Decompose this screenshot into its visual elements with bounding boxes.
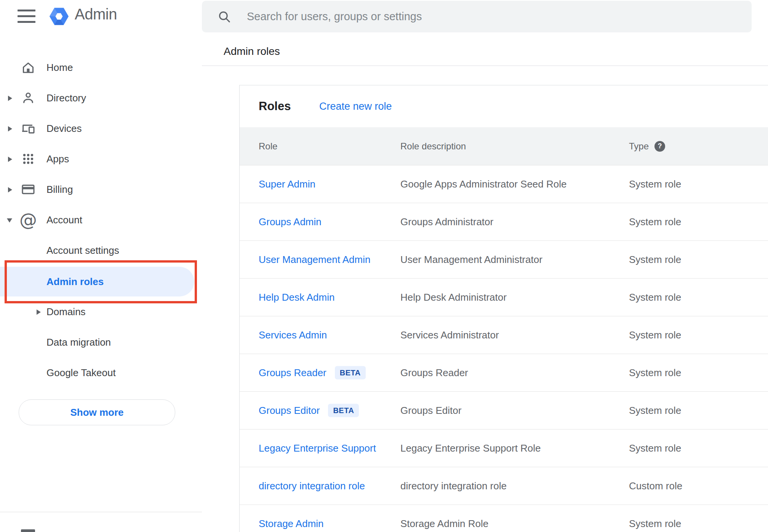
role-link[interactable]: Services Admin [259, 329, 327, 341]
expand-arrow-icon[interactable] [8, 157, 12, 162]
devices-icon [20, 120, 37, 137]
table-row: Legacy Enterprise Support Legacy Enterpr… [240, 429, 768, 467]
beta-badge: BETA [328, 404, 359, 417]
role-description: Storage Admin Role [400, 518, 488, 530]
role-link[interactable]: Help Desk Admin [259, 292, 334, 303]
table-row: Help Desk Admin Help Desk Administrator … [240, 279, 768, 316]
role-type: Custom role [629, 480, 682, 492]
table-row: User Management Admin User Management Ad… [240, 241, 768, 279]
expand-arrow-icon[interactable] [8, 187, 12, 192]
sidebar-item-label: Admin roles [46, 276, 104, 288]
sidebar-item-devices[interactable]: Devices [0, 113, 195, 144]
sidebar-item-domains[interactable]: Domains [0, 296, 195, 327]
apps-grid-icon [20, 151, 37, 167]
role-link[interactable]: Legacy Enterprise Support [259, 442, 376, 454]
role-link[interactable]: Groups Editor [259, 405, 320, 416]
sidebar-item-home[interactable]: Home [0, 52, 195, 83]
column-header-description: Role description [400, 141, 466, 152]
breadcrumb-divider [202, 66, 768, 66]
create-new-role-link[interactable]: Create new role [319, 101, 392, 112]
role-type: System role [629, 178, 681, 190]
sidebar-item-data-migration[interactable]: Data migration [0, 327, 195, 357]
help-icon[interactable]: ? [654, 141, 665, 152]
role-description: Google Apps Administrator Seed Role [400, 178, 566, 190]
sidebar-item-billing[interactable]: Billing [0, 174, 195, 205]
role-cell: Groups ReaderBETA [259, 366, 366, 380]
sidebar-item-label: Account [46, 214, 82, 226]
table-body: Super Admin Google Apps Administrator Se… [240, 165, 768, 532]
role-description: User Management Administrator [400, 254, 542, 266]
sidebar-item-label: Google Takeout [46, 367, 116, 379]
sidebar-item-account-settings[interactable]: Account settings [0, 235, 195, 266]
admin-logo-icon [49, 6, 69, 27]
role-type: System role [629, 329, 681, 341]
role-type: System role [629, 216, 681, 228]
role-type: System role [629, 367, 681, 379]
role-description: Groups Reader [400, 367, 468, 379]
sidebar-item-label: Billing [46, 184, 73, 195]
collapse-arrow-icon[interactable] [7, 218, 12, 223]
sidebar-item-label: Home [46, 62, 73, 74]
search-bar[interactable] [202, 1, 752, 32]
role-description: Help Desk Administrator [400, 292, 507, 303]
home-icon [20, 59, 37, 76]
sidebar-divider [0, 512, 202, 512]
clipped-bottom-icon [21, 529, 35, 532]
menu-icon[interactable] [18, 9, 35, 23]
role-description: Legacy Enterprise Support Role [400, 442, 541, 454]
role-type: System role [629, 518, 681, 530]
sidebar-item-account[interactable]: @ Account [0, 205, 195, 235]
role-description: Groups Editor [400, 405, 461, 417]
search-icon [216, 9, 232, 25]
table-row: Super Admin Google Apps Administrator Se… [240, 165, 768, 203]
app-title: Admin [75, 6, 117, 23]
sidebar: Admin Home Directory Devices Apps Bil [0, 0, 202, 532]
expand-arrow-icon[interactable] [8, 126, 12, 131]
role-link[interactable]: Storage Admin [259, 518, 324, 530]
role-link[interactable]: User Management Admin [259, 254, 370, 266]
show-more-button[interactable]: Show more [19, 399, 175, 425]
role-description: Services Administrator [400, 329, 499, 341]
beta-badge: BETA [335, 366, 366, 380]
role-link[interactable]: directory integration role [259, 480, 365, 492]
role-link[interactable]: Groups Admin [259, 216, 322, 228]
table-header-row: Role Role description Type ? [240, 127, 768, 165]
sidebar-item-label: Data migration [46, 337, 111, 348]
expand-arrow-icon[interactable] [37, 309, 41, 315]
sidebar-item-label: Devices [46, 123, 82, 135]
sidebar-item-label: Domains [46, 306, 86, 318]
sidebar-item-label: Account settings [46, 245, 119, 256]
sidebar-item-label: Directory [46, 92, 86, 104]
expand-arrow-icon[interactable] [8, 96, 12, 101]
role-description: directory integration role [400, 480, 507, 492]
sidebar-item-admin-roles[interactable]: Admin roles [0, 266, 195, 297]
role-type: System role [629, 405, 681, 417]
sidebar-item-directory[interactable]: Directory [0, 83, 195, 113]
roles-card: Roles Create new role Role Role descript… [239, 85, 768, 532]
table-row: Services Admin Services Administrator Sy… [240, 316, 768, 354]
breadcrumb: Admin roles [224, 45, 280, 58]
search-input[interactable] [246, 10, 752, 23]
table-row: Groups ReaderBETA Groups Reader System r… [240, 354, 768, 392]
at-sign-icon: @ [20, 212, 37, 228]
table-row: Storage Admin Storage Admin Role System … [240, 505, 768, 532]
column-header-type: Type [629, 141, 649, 152]
table-row: directory integration role directory int… [240, 467, 768, 505]
card-title: Roles [259, 99, 291, 113]
person-icon [20, 90, 37, 106]
table-row: Groups EditorBETA Groups Editor System r… [240, 392, 768, 429]
sidebar-header: Admin [0, 0, 202, 34]
role-type: System role [629, 442, 681, 454]
role-link[interactable]: Super Admin [259, 178, 315, 190]
role-type: System role [629, 292, 681, 303]
role-type: System role [629, 254, 681, 266]
role-description: Groups Administrator [400, 216, 493, 228]
roles-card-header: Roles Create new role [240, 85, 768, 127]
credit-card-icon [20, 181, 37, 198]
show-more-label: Show more [70, 407, 123, 418]
sidebar-item-google-takeout[interactable]: Google Takeout [0, 357, 195, 388]
role-link[interactable]: Groups Reader [259, 367, 326, 378]
sidebar-item-apps[interactable]: Apps [0, 144, 195, 174]
column-header-role: Role [259, 141, 277, 152]
sidebar-item-label: Apps [46, 153, 69, 165]
